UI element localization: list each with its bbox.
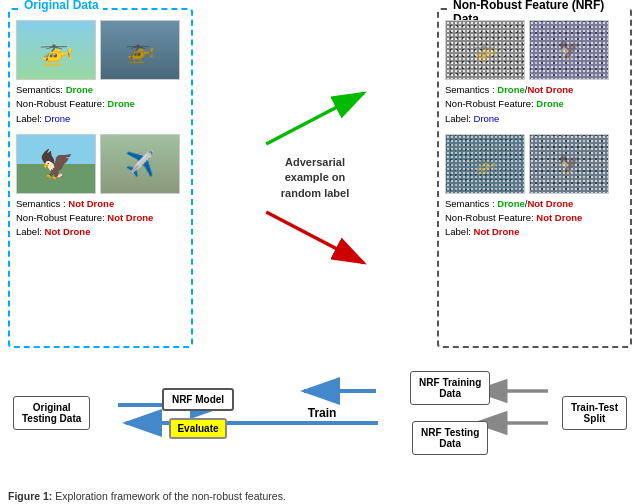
nrf-sem-val1a: Drone: [497, 84, 524, 95]
nrf-training-line2: Data: [439, 388, 461, 399]
nrf-sem-label1: Semantics :: [445, 84, 497, 95]
main-container: Original Data Semantics: Drone Non-Robus…: [0, 0, 640, 504]
nrf-label1: Non-Robust Feature:: [16, 98, 107, 109]
nrf-model-box: NRF Model: [162, 388, 234, 411]
drone-sky-image: [16, 20, 96, 80]
semantics-label2: Semantics :: [16, 198, 68, 209]
label-value2: Not Drone: [45, 226, 91, 237]
original-testing-line1: Original: [33, 402, 71, 413]
nrf-nrf-val2: Not Drone: [536, 212, 582, 223]
semantics-value1: Drone: [66, 84, 93, 95]
nrf-noisy-bird2: [529, 134, 609, 194]
nrf-training-box: NRF Training Data: [410, 371, 490, 405]
nrf-bottom-info: Semantics : Drone/Not Drone Non-Robust F…: [445, 197, 624, 240]
adv-line2: example on: [285, 171, 346, 183]
semantics-value2: Not Drone: [68, 198, 114, 209]
middle-section: Adversarial example on random label: [193, 8, 437, 348]
semantics-label1: Semantics:: [16, 84, 66, 95]
nrf-lbl-val1: Drone: [474, 113, 500, 124]
caption: Figure 1: Exploration framework of the n…: [8, 490, 632, 502]
nrf-data-box: Non-Robust Feature (NRF) Data Semantics …: [437, 8, 632, 348]
original-data-box: Original Data Semantics: Drone Non-Robus…: [8, 8, 193, 348]
original-testing-line2: Testing Data: [22, 413, 81, 424]
label-label1: Label:: [16, 113, 45, 124]
nrf-testing-line1: NRF Testing: [421, 427, 479, 438]
original-data-label: Original Data: [20, 0, 103, 12]
caption-text: Exploration framework of the non-robust …: [55, 490, 286, 502]
train-test-split-box: Train-Test Split: [562, 396, 627, 430]
airplane-image: [100, 134, 180, 194]
nrf-model-col: NRF Model Evaluate: [162, 388, 234, 439]
nrf-label2: Non-Robust Feature:: [16, 212, 107, 223]
adv-line1: Adversarial: [285, 156, 345, 168]
svg-line-3: [266, 93, 364, 144]
label-label2: Label:: [16, 226, 45, 237]
nrf-model-label: NRF Model: [172, 394, 224, 405]
train-col: Train: [308, 406, 337, 420]
adversarial-box: Adversarial example on random label: [275, 151, 355, 205]
nrf-lbl-val2: Not Drone: [474, 226, 520, 237]
nrf-top-image-grid: [445, 20, 624, 80]
original-testing-col: Original Testing Data: [13, 396, 90, 430]
evaluate-label: Evaluate: [177, 423, 218, 434]
svg-line-4: [266, 212, 364, 263]
nrf-value1: Drone: [107, 98, 134, 109]
nrf-noisy-bird: [529, 20, 609, 80]
top-section: Original Data Semantics: Drone Non-Robus…: [8, 8, 632, 348]
train-test-line2: Split: [584, 413, 606, 424]
evaluate-box: Evaluate: [169, 418, 226, 439]
bottom-image-grid: [16, 134, 185, 194]
train-label: Train: [308, 406, 337, 420]
train-test-line1: Train-Test: [571, 402, 618, 413]
nrf-noisy-drone2: [445, 134, 525, 194]
nrf-testing-line2: Data: [439, 438, 461, 449]
nrf-nrf-val1: Drone: [536, 98, 563, 109]
nrf-nrf-label1: Non-Robust Feature:: [445, 98, 536, 109]
nrf-sem-val1b: Not Drone: [527, 84, 573, 95]
nrf-value2: Not Drone: [107, 212, 153, 223]
top-image-grid: [16, 20, 185, 80]
train-test-col: Train-Test Split: [562, 396, 627, 430]
nrf-sem-val2a: Drone: [497, 198, 524, 209]
bottom-section: Original Testing Data NRF Model Evaluate…: [8, 353, 632, 473]
nrf-lbl-label2: Label:: [445, 226, 474, 237]
eagle-image: [16, 134, 96, 194]
nrf-nrf-label2: Non-Robust Feature:: [445, 212, 536, 223]
drone-dark-image: [100, 20, 180, 80]
nrf-bottom-image-grid: [445, 134, 624, 194]
label-value1: Drone: [45, 113, 71, 124]
original-testing-box: Original Testing Data: [13, 396, 90, 430]
original-bottom-info: Semantics : Not Drone Non-Robust Feature…: [16, 197, 185, 240]
caption-prefix: Figure 1:: [8, 490, 52, 502]
nrf-top-info: Semantics : Drone/Not Drone Non-Robust F…: [445, 83, 624, 126]
adv-line3: random label: [281, 187, 349, 199]
nrf-training-line1: NRF Training: [419, 377, 481, 388]
nrf-sem-label2: Semantics :: [445, 198, 497, 209]
nrf-noisy-drone1: [445, 20, 525, 80]
nrf-sem-val2b: Not Drone: [527, 198, 573, 209]
original-top-info: Semantics: Drone Non-Robust Feature: Dro…: [16, 83, 185, 126]
nrf-testing-box: NRF Testing Data: [412, 421, 488, 455]
nrf-data-col: NRF Training Data NRF Testing Data: [410, 371, 490, 455]
nrf-lbl-label1: Label:: [445, 113, 474, 124]
